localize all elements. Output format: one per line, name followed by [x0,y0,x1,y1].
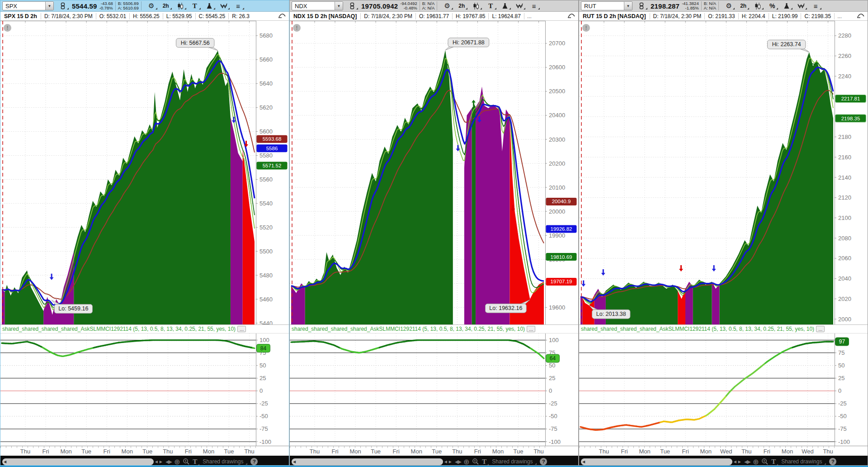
list-icon[interactable]: ≡ [527,1,541,10]
scroll-left-icon[interactable]: ◀ [582,460,585,464]
flask-icon[interactable] [780,1,793,10]
gear-icon[interactable]: ⚙ [145,1,158,10]
timeframe-selector[interactable]: 2h [159,1,173,10]
study-more-button[interactable]: ... [237,326,246,332]
study-more-button[interactable]: ... [816,326,825,332]
time-scrollbar[interactable]: ◀ ◀ ▶ [292,458,452,465]
link-icon[interactable] [635,1,648,10]
shared-drawings-button[interactable]: Shared drawings [492,458,537,465]
pan-crosshair-icon[interactable]: ⊕ [174,457,180,466]
axis-tick-label: -100 [838,438,850,445]
text-note-tool[interactable]: T [193,458,200,466]
alert-info-icon[interactable]: ! [4,24,11,32]
fit-width-icon[interactable]: ◀▶ [455,459,461,465]
timeframe-selector[interactable]: 2h [455,1,468,10]
scrollbar-track[interactable]: ◀ [2,458,154,465]
change-percent: -1.85% [685,6,699,10]
header-ellipsis[interactable]: ... [524,13,534,19]
text-glyph: T [193,2,197,10]
pan-crosshair-icon[interactable]: ⊕ [463,457,469,466]
alert-info-icon[interactable]: ! [293,24,301,32]
last-price: 2198.287 [651,2,679,10]
pattern-icon[interactable] [794,1,808,10]
flask-icon[interactable] [498,1,512,10]
day-label: Thu [449,448,465,455]
link-icon[interactable] [345,1,359,10]
day-label: Thu [739,448,754,455]
scroll-step-left-icon[interactable]: ◀ [733,460,737,464]
scrollbar-track[interactable]: ◀ [292,458,443,465]
scroll-step-right-icon[interactable]: ▶ [448,460,452,464]
pan-crosshair-icon[interactable]: ⊕ [753,457,759,466]
scroll-left-icon[interactable]: ◀ [4,460,6,464]
pattern-icon[interactable] [217,1,231,10]
chart-toolbar: SPX ▼ 5544.59 -43.68 -0.78% B: 5506.89 A… [0,0,289,12]
scroll-left-icon[interactable]: ◀ [293,460,296,464]
axis-tick-label: 2280 [838,32,851,39]
text-icon[interactable]: T [484,1,497,10]
symbol-select[interactable]: NDX ▼ [292,1,343,10]
axis-price-bubble: 5586 [257,144,288,152]
fit-width-icon[interactable]: ◀▶ [744,459,750,465]
shared-drawings-button[interactable]: Shared drawings [781,458,826,465]
gear-icon[interactable]: ⚙ [440,1,454,10]
scroll-step-left-icon[interactable]: ◀ [155,460,158,464]
shared-drawings-button[interactable]: Shared drawings [203,458,248,465]
text-note-tool[interactable]: T [771,458,778,466]
curve-icon [567,13,576,18]
scroll-step-right-icon[interactable]: ▶ [159,460,163,464]
magnifier-icon [472,458,479,465]
pattern-icon[interactable] [513,1,526,10]
candles-icon[interactable] [174,1,187,10]
day-label: Thu [18,448,33,455]
link-icon[interactable] [56,1,70,10]
list-icon[interactable]: ≡ [809,1,822,10]
timeframe-selector[interactable]: 2h [736,1,750,10]
help-icon[interactable]: ? [540,458,547,465]
axis-tick-label: 2100 [838,214,851,221]
scrollbar-track[interactable]: ◀ [581,458,732,465]
text-icon[interactable]: T [188,1,202,10]
zoom-in-icon[interactable] [183,458,190,465]
symbol-select[interactable]: SPX ▼ [2,1,54,10]
collapse-pane-icon[interactable] [857,13,865,19]
collapse-pane-icon[interactable] [567,13,576,19]
ohlc-field: O: 19631.77 [415,13,452,19]
gear-icon[interactable]: ⚙ [722,1,736,10]
price-chart-pane[interactable]: ! 22802260224022202200218021602140212021… [579,21,868,324]
flask-icon[interactable] [203,1,216,10]
scroll-step-left-icon[interactable]: ◀ [444,460,448,464]
study-chart-pane[interactable]: 1007550250-25-50-75-10084 [0,334,289,446]
study-chart-pane[interactable]: 1007550250-25-50-75-10064 [290,334,578,446]
chevron-down-icon[interactable]: ▼ [624,2,632,10]
bid-ask-block: B: N/A A: N/A [704,1,716,10]
chart-toolbar: RUT ▼ 2198.287 -41.3824 -1.85% B: N/A A:… [579,0,868,12]
time-scrollbar[interactable]: ◀ ◀ ▶ [581,458,741,465]
list-icon[interactable]: ≡ [231,1,245,10]
candles-icon[interactable] [751,1,764,10]
help-icon[interactable]: ? [250,458,258,465]
study-chart-pane[interactable]: 1007550250-25-50-75-10097 [579,334,868,446]
study-more-button[interactable]: ... [527,326,535,332]
chevron-down-icon[interactable]: ▼ [335,2,343,10]
collapse-pane-icon[interactable] [278,13,286,19]
price-chart-pane[interactable]: ! 20700206002050020400203002020020100200… [290,21,578,324]
last-price: 19705.0942 [361,2,398,10]
text-note-tool[interactable]: T [482,458,489,466]
study-chart-svg: 1007550250-25-50-75-10084 [0,334,289,446]
zoom-in-icon[interactable] [761,458,769,465]
axis-tick-label: 50 [838,362,844,369]
alert-info-icon[interactable]: ! [582,24,590,32]
percent-icon[interactable]: % [765,1,779,10]
time-scrollbar[interactable]: ◀ ◀ ▶ [2,458,163,465]
symbol-select[interactable]: RUT ▼ [581,1,632,10]
scroll-step-right-icon[interactable]: ▶ [738,460,741,464]
help-icon[interactable]: ? [829,458,836,465]
price-chart-pane[interactable]: ! 56805660564056205600558055605540552055… [0,21,289,324]
candles-icon[interactable] [469,1,483,10]
chart-panel-ndx: NDX ▼ 19705.0942 -94.0492 -0.48% B: N/A … [289,0,579,466]
fit-width-icon[interactable]: ◀▶ [165,459,171,465]
header-ellipsis[interactable]: ... [834,13,844,19]
chevron-down-icon[interactable]: ▼ [45,2,53,10]
zoom-in-icon[interactable] [472,458,479,465]
